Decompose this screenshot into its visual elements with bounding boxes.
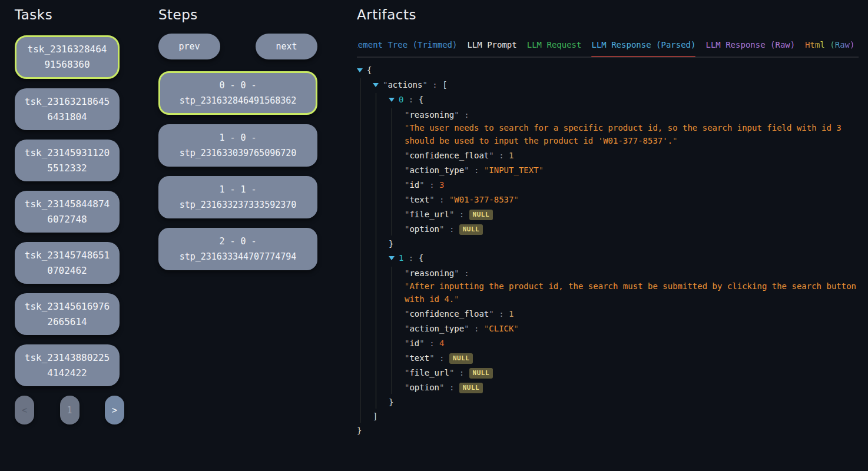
quote: "	[539, 165, 544, 175]
json-close-row: ]	[373, 410, 859, 423]
collapse-arrow-icon[interactable]	[373, 79, 383, 92]
next-page-button[interactable]: >	[105, 396, 124, 424]
artifacts-panel: Artifacts Element Tree (Trimmed)LLM Prom…	[357, 7, 859, 438]
next-step-button[interactable]: next	[256, 34, 317, 59]
task-button[interactable]: tsk_231632186456431804	[15, 88, 120, 130]
quote: "	[513, 195, 518, 204]
json-string-value: "After inputting the product id, the sea…	[405, 280, 859, 306]
json-key: "text"	[405, 193, 435, 206]
quote: "	[405, 123, 409, 132]
close-bracket: }	[389, 239, 393, 248]
colon: :	[459, 108, 474, 121]
task-button[interactable]: tsk_231458448746072748	[15, 191, 120, 233]
json-key: "id"	[405, 178, 425, 191]
quote: "	[513, 324, 518, 333]
tab-llm-prompt[interactable]: LLM Prompt	[467, 40, 516, 57]
tab-llm-response-parsed[interactable]: LLM Response (Parsed)	[591, 40, 695, 57]
collapse-arrow-icon[interactable]	[389, 252, 399, 265]
quote: "	[429, 195, 434, 204]
tab-llm-request[interactable]: LLM Request	[527, 40, 582, 57]
steps-panel: Steps prev next 0 - 0 - stp_231632846491…	[158, 7, 317, 280]
quote: "	[419, 180, 424, 190]
json-leaf-row: "file_url" : NULL	[405, 366, 859, 379]
quote: "	[449, 368, 454, 377]
json-key: "reasoning"	[405, 108, 459, 121]
task-pagination: <1>	[15, 396, 124, 424]
tasks-panel: Tasks tsk_231632846491568360tsk_23163218…	[15, 7, 124, 424]
json-close-row: }	[389, 237, 859, 250]
quote: "	[449, 210, 454, 219]
task-button[interactable]: tsk_231438802254142422	[15, 344, 120, 386]
prev-step-button[interactable]: prev	[158, 34, 220, 59]
close-bracket: }	[389, 397, 393, 407]
quote: "	[672, 136, 677, 145]
json-number-value: 3	[439, 178, 444, 191]
quote: "	[405, 281, 409, 291]
json-children: "reasoning" : "After inputting the produ…	[392, 267, 859, 394]
json-number-value: 4	[439, 337, 444, 350]
quote: "	[429, 353, 434, 363]
colon: :	[435, 193, 449, 206]
colon: :	[469, 322, 484, 335]
task-button[interactable]: tsk_231459311205512332	[15, 140, 120, 181]
tab-element-tree-trimmed[interactable]: Element Tree (Trimmed)	[357, 40, 457, 57]
quote: "	[464, 324, 469, 333]
task-button[interactable]: tsk_231456169762665614	[15, 293, 120, 335]
json-key: "file_url"	[405, 366, 454, 379]
json-key: "action_type"	[405, 322, 469, 335]
tab-llm-response-raw[interactable]: LLM Response (Raw)	[705, 40, 795, 57]
json-leaf-row: "option" : NULL	[405, 223, 859, 236]
task-button[interactable]: tsk_231457486510702462	[15, 242, 120, 284]
collapse-arrow-icon[interactable]	[389, 94, 399, 107]
task-button[interactable]: tsk_231632846491568360	[15, 35, 120, 79]
colon: :	[454, 366, 469, 379]
json-leaf-row: "text" : "W01-377-8537"	[405, 193, 859, 206]
collapse-arrow-icon[interactable]	[357, 64, 367, 77]
json-key: "confidence_float"	[405, 149, 494, 162]
json-string-value: "INPUT_TEXT"	[484, 164, 544, 177]
json-key: "option"	[405, 381, 444, 394]
step-button-label: 1 - 1 - stp_231633237333592370	[167, 182, 309, 213]
json-string-value: "CLICK"	[484, 322, 519, 335]
page-1-button[interactable]: 1	[60, 396, 79, 424]
colon: :	[435, 351, 449, 364]
open-bracket: {	[367, 65, 372, 75]
json-leaf-row: "id" : 4	[405, 337, 859, 350]
open-bracket: {	[419, 95, 423, 104]
task-list: tsk_231632846491568360tsk_23163218645643…	[15, 35, 124, 386]
json-children: "actions" : [0 : {"reasoning" : "The use…	[360, 78, 859, 423]
json-children: 0 : {"reasoning" : "The user needs to se…	[376, 93, 859, 409]
quote: "	[419, 339, 424, 348]
tab-html-raw[interactable]: Html (Raw)	[805, 40, 854, 57]
quote: "	[484, 165, 489, 175]
quote: "	[449, 195, 454, 204]
colon: :	[494, 307, 509, 320]
json-children: "reasoning" : "The user needs to search …	[392, 108, 859, 236]
step-button[interactable]: 1 - 1 - stp_231633237333592370	[158, 176, 317, 218]
step-button[interactable]: 0 - 0 - stp_231632846491568362	[158, 71, 317, 115]
open-bracket: {	[419, 253, 423, 263]
json-key: "confidence_float"	[405, 307, 494, 320]
colon: :	[444, 223, 459, 236]
json-key: "file_url"	[405, 208, 454, 221]
colon: :	[428, 80, 442, 89]
step-button[interactable]: 2 - 0 - stp_231633344707774794	[158, 228, 317, 270]
step-nav: prev next	[158, 34, 317, 59]
step-button[interactable]: 1 - 0 - stp_231633039765096720	[158, 124, 317, 167]
open-bracket: [	[442, 80, 447, 89]
null-badge: NULL	[459, 224, 483, 235]
quote: "	[484, 324, 489, 333]
quote: "	[454, 294, 459, 304]
quote: "	[422, 80, 427, 89]
json-key: "reasoning"	[405, 267, 459, 280]
quote: "	[464, 165, 469, 175]
close-bracket: }	[357, 426, 362, 435]
json-tree-viewer: {"actions" : [0 : {"reasoning" : "The us…	[357, 64, 859, 437]
json-close-row: }	[357, 424, 859, 437]
colon: :	[425, 337, 439, 350]
json-leaf-row: "action_type" : "INPUT_TEXT"	[405, 164, 859, 177]
step-button-label: 0 - 0 - stp_231632846491568362	[169, 78, 307, 108]
colon: :	[459, 267, 474, 280]
json-key: "actions"	[383, 80, 428, 89]
json-leaf-row: "reasoning" : "After inputting the produ…	[405, 267, 859, 306]
